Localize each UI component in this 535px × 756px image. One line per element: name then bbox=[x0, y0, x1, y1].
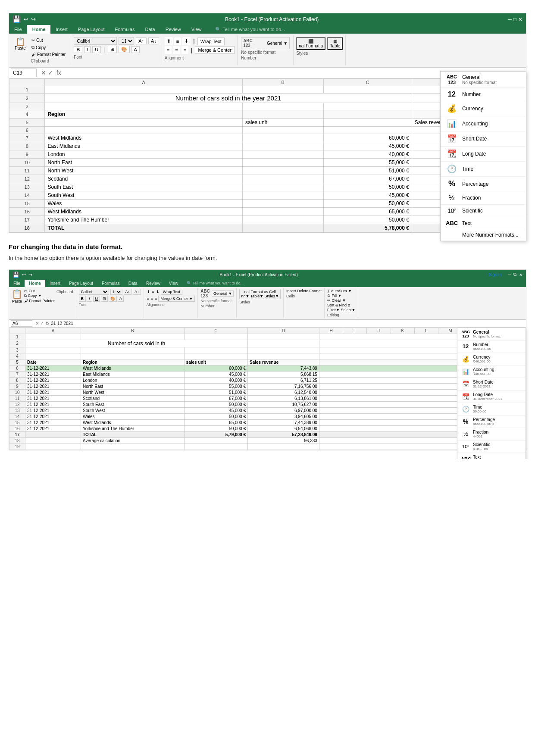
tab-home[interactable]: Home bbox=[27, 25, 51, 34]
minimize-icon-b[interactable]: ─ bbox=[508, 272, 511, 277]
bcell-b16[interactable]: Yorkshire and The Humber bbox=[81, 425, 185, 431]
bcol-b[interactable]: B bbox=[81, 328, 185, 334]
cell-a5[interactable] bbox=[45, 119, 243, 127]
bcell-a6[interactable]: 31-12-2021 bbox=[25, 365, 81, 371]
bcell-b6[interactable]: West Midlands bbox=[81, 365, 185, 371]
btab-insert[interactable]: Insert bbox=[45, 280, 65, 287]
cell-b10[interactable] bbox=[243, 159, 324, 167]
bformat-painter-btn[interactable]: 🖌 Format Painter bbox=[24, 299, 55, 303]
bcell-a11[interactable]: 31-12-2021 bbox=[25, 395, 81, 401]
bcol-i[interactable]: I bbox=[343, 328, 367, 334]
cell-b8[interactable] bbox=[243, 142, 324, 150]
bcell-b15[interactable]: West Midlands bbox=[81, 419, 185, 425]
close-icon[interactable]: ✕ bbox=[518, 16, 522, 22]
cell-a18-total[interactable]: TOTAL bbox=[45, 224, 243, 232]
bcell-c7[interactable]: 45,000 € bbox=[184, 371, 247, 377]
cell-c6[interactable] bbox=[323, 127, 412, 134]
bcell-b14[interactable]: Wales bbox=[81, 413, 185, 419]
cell-a9[interactable]: London bbox=[45, 150, 243, 159]
minimize-icon[interactable]: ─ bbox=[508, 16, 512, 22]
bcell-b12[interactable]: South East bbox=[81, 401, 185, 407]
cell-c16[interactable]: 65,000 € bbox=[323, 208, 412, 216]
tab-page-layout[interactable]: Page Layout bbox=[73, 25, 110, 34]
cell-c10[interactable]: 55,000 € bbox=[323, 159, 412, 167]
redo-icon-b[interactable]: ↪ bbox=[28, 272, 32, 278]
bmerge-btn[interactable]: Merge & Center ▼ bbox=[158, 296, 195, 302]
increase-font-button[interactable]: A↑ bbox=[136, 37, 147, 44]
format-as-table-button[interactable]: ▦ Table bbox=[327, 37, 343, 50]
underline-button[interactable]: U bbox=[92, 46, 101, 53]
cell-b7[interactable] bbox=[243, 134, 324, 142]
cell-b12[interactable] bbox=[243, 175, 324, 183]
cell-a10[interactable]: North East bbox=[45, 159, 243, 167]
col-header-c[interactable]: C bbox=[323, 79, 412, 86]
bformat-item-general[interactable]: ABC123 General No specific format bbox=[457, 328, 526, 341]
format-painter-button[interactable]: 🖌 Format Painter bbox=[30, 51, 67, 58]
cell-c15[interactable]: 50,000 € bbox=[323, 200, 412, 208]
bcut-btn[interactable]: ✂ Cut bbox=[24, 289, 55, 293]
tab-formulas[interactable]: Formulas bbox=[110, 25, 140, 34]
balign-left[interactable]: ≡ bbox=[147, 296, 150, 302]
cell-a6[interactable] bbox=[45, 127, 243, 134]
align-top-button[interactable]: ⬆ bbox=[165, 37, 173, 45]
fill-color-button[interactable]: 🎨 bbox=[119, 46, 130, 53]
bcell-a13[interactable]: 31-12-2021 bbox=[25, 407, 81, 413]
bformat-item-percentage[interactable]: % Percentage 4656100.00% bbox=[457, 415, 526, 428]
bcol-d[interactable]: D bbox=[248, 328, 319, 334]
format-item-currency[interactable]: 💰 Currency bbox=[441, 101, 526, 116]
font-size-select[interactable]: 11 bbox=[119, 37, 134, 45]
cell-a17[interactable]: Yorkshire and The Humber bbox=[45, 216, 243, 224]
bcell-c16[interactable]: 50,000 € bbox=[184, 425, 247, 431]
tell-me-input[interactable]: 🔍 Tell me what you want to do... bbox=[215, 27, 285, 32]
cell-a4-region[interactable]: Region bbox=[45, 110, 243, 119]
bfont-dec[interactable]: A↓ bbox=[133, 289, 141, 295]
bcell-d10[interactable]: 6,12,540.00 bbox=[248, 389, 319, 395]
bcell-d6[interactable]: 7,443.89 bbox=[248, 365, 319, 371]
bcell-b17-total[interactable]: TOTAL bbox=[81, 431, 185, 437]
font-name-select[interactable]: Calibri bbox=[74, 37, 117, 45]
bcol-h[interactable]: H bbox=[319, 328, 343, 334]
cell-b5-sales-unit[interactable]: sales unit bbox=[243, 119, 324, 127]
tab-data[interactable]: Data bbox=[140, 25, 160, 34]
paste-button[interactable]: 📋 Paste bbox=[13, 37, 28, 51]
cell-a14[interactable]: South West bbox=[45, 191, 243, 200]
cell-c11[interactable]: 51,000 € bbox=[323, 167, 412, 175]
bcell-d15[interactable]: 7,44,389.00 bbox=[248, 419, 319, 425]
btab-file[interactable]: File bbox=[9, 280, 25, 287]
bcell-d18[interactable]: 96,333 bbox=[248, 437, 319, 444]
number-format-select[interactable]: ABC123 General ▼ bbox=[241, 37, 290, 49]
bcell-a7[interactable]: 31-12-2021 bbox=[25, 371, 81, 377]
bcell-d9[interactable]: 7,16,756.00 bbox=[248, 383, 319, 389]
close-icon-b[interactable]: ✕ bbox=[519, 272, 522, 277]
bcell-b5-region[interactable]: Region bbox=[81, 359, 185, 365]
bfont-inc[interactable]: A↑ bbox=[124, 289, 132, 295]
bcell-c8[interactable]: 40,000 € bbox=[184, 377, 247, 383]
undo-icon[interactable]: ↩ bbox=[24, 16, 28, 22]
bunderline-btn[interactable]: U bbox=[93, 296, 100, 302]
bcell-b1[interactable] bbox=[81, 334, 185, 340]
italic-button[interactable]: I bbox=[84, 46, 91, 53]
align-left-button[interactable]: ≡ bbox=[165, 46, 172, 54]
bcond-format-btn[interactable]: nal Format as Cellng▼ Table▼ Styles▼ bbox=[239, 289, 281, 299]
btab-data[interactable]: Data bbox=[124, 280, 142, 287]
bformat-item-scientific[interactable]: 10² Scientific 4.86E+04 bbox=[457, 440, 526, 453]
format-item-scientific[interactable]: 10² Scientific bbox=[441, 205, 526, 217]
copy-button[interactable]: ⧉ Copy bbox=[30, 44, 67, 51]
btab-review[interactable]: Review bbox=[142, 280, 165, 287]
cell-b9[interactable] bbox=[243, 150, 324, 159]
bformat-item-fraction[interactable]: ½ Fraction 44561 bbox=[457, 428, 526, 440]
border-button[interactable]: ⊞ bbox=[108, 46, 117, 53]
format-item-time[interactable]: 🕐 Time bbox=[441, 162, 526, 177]
format-item-fraction[interactable]: ½ Fraction bbox=[441, 191, 526, 205]
format-item-short-date[interactable]: 📅 Short Date bbox=[441, 131, 526, 147]
bcell-b8[interactable]: London bbox=[81, 377, 185, 383]
btab-page-layout[interactable]: Page Layout bbox=[65, 280, 97, 287]
bformula-input[interactable] bbox=[51, 321, 524, 326]
cell-b15[interactable] bbox=[243, 200, 324, 208]
bcell-c15[interactable]: 65,000 € bbox=[184, 419, 247, 425]
align-center-button[interactable]: ≡ bbox=[173, 46, 180, 54]
balign-bot[interactable]: ⬇ bbox=[156, 289, 160, 295]
align-bottom-button[interactable]: ⬇ bbox=[182, 37, 191, 45]
bcell-b10[interactable]: North West bbox=[81, 389, 185, 395]
bnumber-format-select[interactable]: General ▼ bbox=[212, 291, 234, 297]
